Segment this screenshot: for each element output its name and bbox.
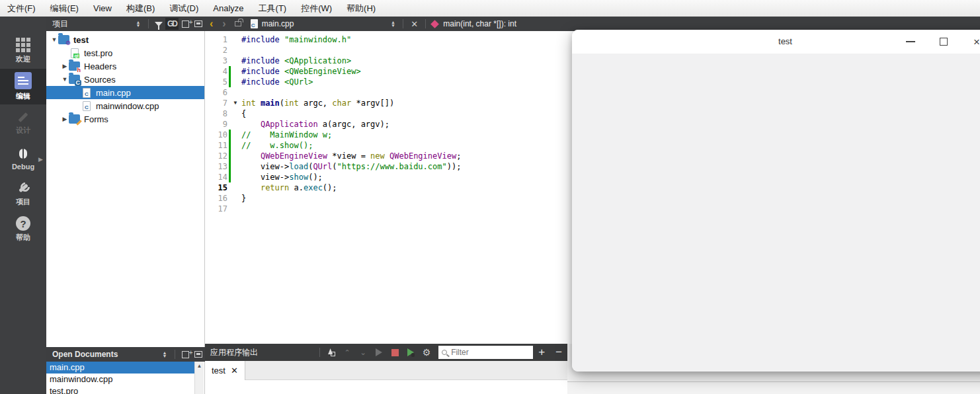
qt-project-folder-icon [58, 35, 69, 44]
tree-item-forms[interactable]: ▶ Forms [46, 112, 204, 126]
code-text: QApplication a(argc, argv); [240, 119, 389, 130]
mode-help[interactable]: ? 帮助 [0, 212, 46, 247]
menu-debug[interactable]: 调试(D) [162, 0, 206, 17]
mode-debug[interactable]: Debug ▶ [0, 140, 46, 176]
line-number: 9 [205, 119, 227, 130]
menu-tools[interactable]: 工具(T) [251, 0, 294, 17]
split-pane-icon[interactable] [179, 348, 192, 360]
line-number: 11 [205, 140, 227, 151]
menu-file[interactable]: 文件(F) [0, 0, 43, 17]
fold-column [231, 45, 240, 56]
go-back-icon[interactable]: ‹ [205, 18, 218, 30]
fold-marker-icon[interactable]: ▼ [231, 98, 240, 108]
tree-item-headers[interactable]: ▶ Headers [46, 59, 204, 73]
forms-folder-icon [69, 114, 80, 124]
minimize-button[interactable] [899, 30, 922, 54]
menu-view[interactable]: View [86, 0, 119, 17]
open-documents-list: main.cpp mainwindow.cpp test.pro ▲ [46, 362, 205, 394]
scroll-up-icon[interactable]: ▲ [195, 362, 204, 371]
tree-item-main-cpp[interactable]: main.cpp [46, 86, 204, 99]
window-titlebar[interactable]: test × [572, 30, 980, 54]
mode-label: Debug [12, 163, 34, 171]
pane-selector-arrows-icon[interactable]: ▲▼ [158, 348, 171, 360]
maximize-button[interactable] [932, 30, 955, 54]
document-tab-label[interactable]: main.cpp [262, 19, 294, 28]
code-text [240, 204, 241, 214]
docs-scrollbar[interactable]: ▲ [194, 362, 204, 394]
editor-toolbar: ‹ › main.cpp ▲▼ ✕ main(int, char *[]): i… [205, 17, 980, 31]
stop-icon[interactable] [387, 346, 403, 359]
project-tree: ▼ test test.pro ▶ Headers ▼ Sources main… [46, 31, 205, 347]
rerun-debug-icon[interactable] [403, 346, 419, 359]
next-item-icon[interactable]: ⌄ [355, 346, 371, 359]
expander-closed-icon[interactable]: ▶ [61, 116, 69, 122]
design-pencil-icon [16, 109, 30, 124]
mode-projects[interactable]: 项目 [0, 176, 46, 212]
open-doc-test-pro[interactable]: test.pro [46, 385, 196, 394]
hide-panel-icon[interactable] [192, 348, 205, 360]
pane-selector-arrows-icon[interactable]: ▲▼ [132, 18, 145, 30]
tree-item-test-pro[interactable]: test.pro [46, 46, 204, 59]
code-text: return a.exec(); [240, 182, 337, 193]
help-question-icon: ? [16, 216, 30, 231]
menu-help[interactable]: 帮助(H) [339, 0, 383, 17]
window-content [572, 54, 980, 372]
settings-gear-icon[interactable]: ⚙ [419, 346, 434, 359]
run-icon[interactable] [371, 346, 387, 359]
close-document-icon[interactable]: ✕ [407, 19, 422, 29]
mode-welcome[interactable]: 欢迎 [0, 33, 46, 69]
mode-edit[interactable]: 编辑 [0, 69, 46, 104]
filter-input[interactable] [451, 348, 517, 357]
menu-edit[interactable]: 编辑(E) [43, 0, 86, 17]
output-tabstrip [205, 361, 567, 380]
tree-item-mainwindow-cpp[interactable]: mainwindow.cpp [46, 99, 204, 112]
expander-closed-icon[interactable]: ▶ [61, 63, 69, 69]
mode-label: 项目 [16, 197, 30, 207]
split-pane-icon[interactable] [179, 18, 192, 30]
fold-column [231, 77, 240, 87]
fold-column [231, 172, 240, 182]
open-doc-main-cpp[interactable]: main.cpp [46, 362, 196, 374]
link-with-editor-icon[interactable]: GD [165, 18, 179, 30]
code-text [240, 87, 241, 98]
expander-open-icon[interactable]: ▼ [61, 76, 69, 83]
hide-panel-icon[interactable] [192, 18, 205, 30]
line-number: 8 [205, 108, 227, 119]
code-text: #include "mainwindow.h" [240, 34, 351, 45]
document-dropdown-arrows-icon[interactable]: ▲▼ [386, 18, 399, 30]
mode-label: 帮助 [16, 233, 30, 243]
welcome-grid-icon [16, 38, 30, 52]
go-forward-icon[interactable]: › [218, 18, 230, 30]
symbol-dropdown[interactable]: main(int, char *[]): int [443, 19, 516, 28]
line-number: 15 [205, 182, 227, 193]
expander-open-icon[interactable]: ▼ [50, 36, 58, 43]
mode-design: 设计 [0, 104, 46, 140]
menu-analyze[interactable]: Analyze [206, 0, 251, 17]
output-pane-header: 应用程序输出 ⌃ ⌄ ⚙ + − [205, 344, 567, 361]
fold-column [231, 34, 240, 45]
clear-output-icon[interactable] [323, 346, 339, 359]
line-number: 2 [205, 45, 227, 56]
filter-tree-icon[interactable] [152, 18, 165, 30]
app-window-test[interactable]: test × [572, 30, 980, 372]
zoom-in-button[interactable]: + [533, 346, 550, 359]
previous-item-icon[interactable]: ⌃ [339, 346, 355, 359]
open-documents-title: Open Documents [52, 350, 118, 359]
menu-build[interactable]: 构建(B) [119, 0, 162, 17]
output-body [205, 381, 567, 394]
menu-bar: 文件(F) 编辑(E) View 构建(B) 调试(D) Analyze 工具(… [0, 0, 980, 17]
tree-item-test[interactable]: ▼ test [46, 33, 204, 46]
menu-widgets[interactable]: 控件(W) [294, 0, 339, 17]
output-tab-test[interactable]: test ✕ [205, 361, 245, 380]
open-doc-mainwindow-cpp[interactable]: mainwindow.cpp [46, 374, 196, 385]
close-button[interactable]: × [965, 30, 980, 54]
close-tab-icon[interactable]: ✕ [231, 366, 238, 375]
debug-flyout-arrow-icon[interactable]: ▶ [38, 156, 43, 163]
open-documents-header: Open Documents ▲▼ [46, 347, 205, 362]
code-text: view->load(QUrl("https://www.baidu.com")… [240, 161, 461, 172]
sources-folder-icon [69, 75, 80, 84]
project-panel-title: 项目 [52, 19, 68, 30]
code-text: #include <QUrl> [240, 77, 313, 87]
tree-item-sources[interactable]: ▼ Sources [46, 73, 204, 86]
zoom-out-button[interactable]: − [550, 346, 567, 359]
